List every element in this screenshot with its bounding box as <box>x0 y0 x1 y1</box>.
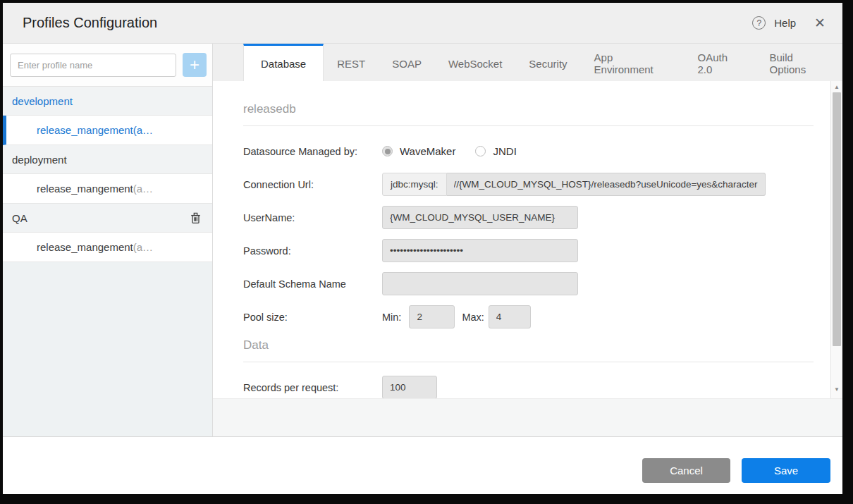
tab-content: releasedb Datasource Managed by: WaveMak… <box>213 81 842 436</box>
profile-label-suffix: (a… <box>133 124 153 136</box>
scrollbar-thumb[interactable] <box>833 92 841 346</box>
connection-url-row: Connection Url: jdbc:mysql: <box>243 173 814 196</box>
section-divider <box>243 125 814 126</box>
dialog-body: + development release_mangement (a… depl… <box>3 44 842 436</box>
scroll-down-icon[interactable]: ▼ <box>831 386 842 393</box>
profile-list: development release_mangement (a… deploy… <box>3 86 212 262</box>
scrollable-form-area: releasedb Datasource Managed by: WaveMak… <box>213 81 842 398</box>
records-per-request-row: Records per request: <box>243 376 814 398</box>
add-profile-button[interactable]: + <box>183 53 207 77</box>
save-button[interactable]: Save <box>742 458 830 483</box>
pool-size-row: Pool size: Min: Max: <box>243 305 814 328</box>
group-label: deployment <box>12 154 67 166</box>
tab-soap[interactable]: SOAP <box>379 44 435 81</box>
database-form: releasedb Datasource Managed by: WaveMak… <box>213 81 830 398</box>
sidebar-group-development[interactable]: development <box>3 87 212 116</box>
group-label: development <box>12 95 73 107</box>
wavemaker-radio[interactable] <box>382 146 393 156</box>
main-panel: Database REST SOAP WebSocket Security Ap… <box>213 44 842 436</box>
connection-url-input[interactable] <box>447 173 766 196</box>
password-input[interactable] <box>382 239 578 262</box>
pool-size-label: Pool size: <box>243 312 382 323</box>
tab-app-environment[interactable]: App Environment <box>581 44 685 81</box>
close-icon[interactable]: ✕ <box>814 15 826 31</box>
help-icon[interactable]: ? <box>752 16 766 30</box>
datasource-row: Datasource Managed by: WaveMaker JNDI <box>243 140 814 163</box>
content-bottom-area <box>213 398 842 436</box>
dialog-title: Profiles Configuration <box>23 15 752 31</box>
dialog-header: Profiles Configuration ? Help ✕ <box>3 3 842 44</box>
records-input[interactable] <box>382 376 437 398</box>
tab-oauth[interactable]: OAuth 2.0 <box>685 44 756 81</box>
jndi-radio-label: JNDI <box>493 145 516 157</box>
profiles-configuration-dialog: Profiles Configuration ? Help ✕ + develo… <box>3 3 842 494</box>
records-label: Records per request: <box>243 382 382 393</box>
cancel-button[interactable]: Cancel <box>642 458 730 483</box>
profile-label-suffix: (a… <box>133 241 153 253</box>
profile-label-suffix: (a… <box>133 183 153 195</box>
tab-bar: Database REST SOAP WebSocket Security Ap… <box>213 44 842 81</box>
connection-url-label: Connection Url: <box>243 179 382 190</box>
profile-search-row: + <box>3 44 212 86</box>
database-form-panel: releasedb Datasource Managed by: WaveMak… <box>213 81 830 398</box>
pool-min-label: Min: <box>382 312 401 323</box>
sidebar-empty-area <box>3 262 212 436</box>
tab-security[interactable]: Security <box>515 44 580 81</box>
vertical-scrollbar[interactable]: ▲ ▼ <box>830 81 842 398</box>
sidebar-item-release-mangement-deploy[interactable]: release_mangement (a… <box>3 174 212 204</box>
password-label: Password: <box>243 245 382 257</box>
sidebar-group-qa[interactable]: QA <box>3 204 212 233</box>
sidebar-item-release-mangement-qa[interactable]: release_mangement (a… <box>3 233 212 262</box>
jndi-radio[interactable] <box>475 146 486 156</box>
header-actions: ? Help ✕ <box>752 15 826 31</box>
password-row: Password: <box>243 239 814 262</box>
wavemaker-radio-label: WaveMaker <box>400 145 455 157</box>
tab-websocket[interactable]: WebSocket <box>435 44 515 81</box>
username-label: UserName: <box>243 212 382 223</box>
profiles-sidebar: + development release_mangement (a… depl… <box>3 44 213 436</box>
tab-build-options[interactable]: Build Options <box>756 44 843 81</box>
profile-label: release_mangement <box>37 124 133 136</box>
datasource-label: Datasource Managed by: <box>243 146 382 157</box>
pool-min-input[interactable] <box>409 305 455 328</box>
section-title-data: Data <box>243 338 814 352</box>
section-title-releasedb: releasedb <box>243 102 814 116</box>
profile-label: release_mangement <box>37 183 133 195</box>
pool-max-label: Max: <box>462 312 484 323</box>
group-label: QA <box>12 212 27 224</box>
sidebar-item-release-mangement-dev[interactable]: release_mangement (a… <box>3 116 212 145</box>
username-row: UserName: <box>243 206 814 229</box>
schema-input[interactable] <box>382 272 578 295</box>
tab-database[interactable]: Database <box>243 44 324 81</box>
sidebar-group-deployment[interactable]: deployment <box>3 145 212 174</box>
profile-label: release_mangement <box>37 241 133 253</box>
pool-max-input[interactable] <box>489 305 531 328</box>
schema-row: Default Schema Name <box>243 272 814 295</box>
dialog-footer: Cancel Save <box>3 436 842 494</box>
schema-label: Default Schema Name <box>243 278 382 290</box>
connection-url-prefix: jdbc:mysql: <box>382 173 447 196</box>
profile-name-input[interactable] <box>10 54 176 77</box>
section-divider <box>243 362 814 362</box>
scroll-up-icon[interactable]: ▲ <box>831 84 842 90</box>
help-link[interactable]: Help <box>774 17 796 29</box>
datasource-radio-group: WaveMaker JNDI <box>382 145 529 157</box>
username-input[interactable] <box>382 206 578 229</box>
trash-icon[interactable] <box>190 212 201 224</box>
tab-rest[interactable]: REST <box>324 44 379 81</box>
